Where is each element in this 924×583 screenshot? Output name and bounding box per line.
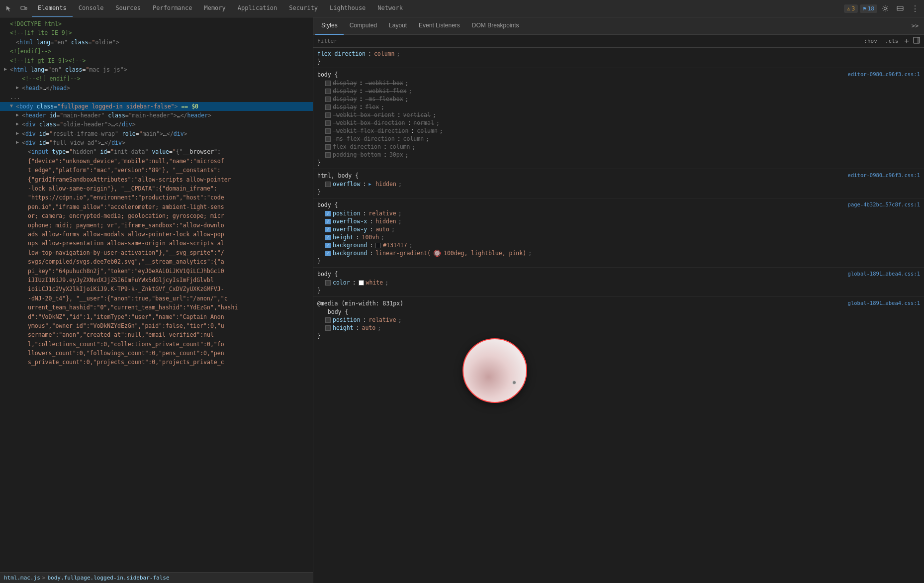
css-prop[interactable]: flex-direction : column ; [313, 50, 924, 58]
device-toggle-btn[interactable] [17, 1, 31, 15]
css-prop[interactable]: flex-direction : column ; [313, 143, 924, 151]
tab-lighthouse[interactable]: Lighthouse [324, 0, 371, 17]
color-swatch[interactable] [359, 280, 364, 286]
css-prop[interactable]: -webkit-flex-direction : column ; [313, 127, 924, 135]
element-line-l35[interactable]: sername":"anon","created_at":null,"email… [0, 330, 313, 339]
element-line-l34[interactable]: ymous","owner_id":"VoDkNZYdEzGn","paid":… [0, 321, 313, 330]
tab-memory[interactable]: Memory [198, 0, 231, 17]
element-line-l23[interactable]: ophone; midi; payment; vr","iframe_sandb… [0, 221, 313, 230]
expand-triangle[interactable] [16, 84, 22, 92]
element-line-l7[interactable]: <!--<![ endif]--> [0, 74, 313, 83]
expand-triangle[interactable] [10, 102, 16, 110]
css-prop[interactable]: display : flex ; [313, 103, 924, 111]
element-line-l21[interactable]: pen.io","iframe_allow":"accelerometer; a… [0, 202, 313, 211]
tab-elements[interactable]: Elements [32, 0, 73, 17]
element-line-l5[interactable]: <!--[if gt IE 9]><!--> [0, 56, 313, 65]
info-badge[interactable]: ⚑ 18 [860, 4, 877, 13]
element-line-l31[interactable]: -dNJ-20_t4"}, "__user":{"anon":true,"bas… [0, 294, 313, 303]
css-prop-checkbox[interactable] [325, 112, 331, 118]
tab-security[interactable]: Security [283, 0, 324, 17]
element-line-l2[interactable]: <!--[if lte IE 9]> [0, 28, 313, 37]
css-prop[interactable]: display : -webkit-flex ; [313, 87, 924, 95]
css-prop[interactable]: -webkit-box-orient : vertical ; [313, 111, 924, 119]
css-prop[interactable]: overflow-y : auto ; [313, 225, 924, 233]
styles-tab-event-listeners[interactable]: Event Listeners [413, 17, 466, 35]
css-prop[interactable]: position : relative ; [313, 209, 924, 217]
css-prop[interactable]: height : 100vh ; [313, 233, 924, 241]
css-prop-checkbox[interactable] [325, 152, 331, 158]
element-line-l33[interactable]: d":"VoDkNZ","id":1,"itemType":"user","na… [0, 312, 313, 321]
element-line-l32[interactable]: urrent_team_hashid":"0","current_team_ha… [0, 303, 313, 312]
color-picker-overlay[interactable] [462, 338, 527, 403]
element-line-l18[interactable]: {"gridIframeSandboxAttributes":"allow-sc… [0, 175, 313, 184]
element-line-l36[interactable]: l,"collections_count":0,"collections_pri… [0, 340, 313, 349]
breadcrumb-html[interactable]: html.mac.js [4, 575, 40, 581]
filter-input[interactable] [317, 38, 858, 44]
hov-filter-btn[interactable]: :hov [862, 37, 879, 45]
cls-filter-btn[interactable]: .cls [883, 37, 901, 45]
element-line-l22[interactable]: or; camera; encrypted-media; geolocation… [0, 211, 313, 220]
styles-more-btn[interactable]: >> [908, 19, 922, 33]
styles-content[interactable]: flex-direction : column ; } body { edito… [313, 48, 924, 583]
css-prop-checkbox[interactable] [325, 280, 331, 286]
css-prop[interactable]: height : auto ; [313, 324, 924, 332]
element-line-l12[interactable]: <div class="oldie-header">…</div> [0, 120, 313, 129]
css-prop-checkbox[interactable] [325, 325, 331, 331]
element-line-l11[interactable]: <header id="main-header" class="main-hea… [0, 111, 313, 120]
css-prop[interactable]: -webkit-box-direction : normal ; [313, 119, 924, 127]
element-line-l8[interactable]: <head>…</head> [0, 84, 313, 93]
cursor-icon-btn[interactable] [2, 1, 16, 15]
css-prop-checkbox[interactable] [325, 89, 331, 94]
elements-content[interactable]: <!DOCTYPE html><!--[if lte IE 9]><html l… [0, 17, 313, 572]
css-prop-checkbox[interactable] [325, 243, 331, 248]
element-line-l10[interactable]: <body class="fullpage logged-in sidebar-… [0, 102, 313, 111]
tab-network[interactable]: Network [371, 0, 409, 17]
css-prop[interactable]: position : relative ; [313, 316, 924, 324]
expand-triangle[interactable] [16, 111, 22, 119]
element-line-l3[interactable]: <html lang="en" class="oldie"> [0, 38, 313, 47]
styles-tab-styles[interactable]: Styles [315, 17, 344, 35]
tab-performance[interactable]: Performance [147, 0, 198, 17]
css-prop-checkbox[interactable] [325, 136, 331, 142]
css-prop-checkbox[interactable] [325, 120, 331, 126]
element-line-l24[interactable]: ads allow-forms allow-modals allow-point… [0, 230, 313, 239]
css-prop[interactable]: overflow-x : hidden ; [313, 217, 924, 225]
element-line-l20[interactable]: "https://cdpn.io","environment":"product… [0, 193, 313, 202]
css-prop-checkbox[interactable] [325, 317, 331, 323]
css-prop-checkbox[interactable] [325, 144, 331, 150]
css-prop-checkbox[interactable] [325, 182, 331, 187]
css-prop[interactable]: color : white ; [313, 279, 924, 287]
element-line-l26[interactable]: low-top-navigation-by-user-activation"},… [0, 248, 313, 257]
element-line-l29[interactable]: iJIUzI1NiJ9.eyJyZXNvdXJjZSI6ImFuYWx5dGlj… [0, 276, 313, 285]
css-prop[interactable]: background : #131417 ; [313, 241, 924, 249]
css-prop[interactable]: -ms-flex-direction : column ; [313, 135, 924, 143]
styles-tab-dom-breakpoints[interactable]: DOM Breakpoints [466, 17, 525, 35]
element-line-l30[interactable]: ioiLCJ1c2VyX2lkIjoiKiJ9.K-TP9-k-_ZnktGVf… [0, 285, 313, 293]
tab-application[interactable]: Application [232, 0, 283, 17]
warning-badge[interactable]: ⚠ 3 [844, 4, 858, 13]
more-btn[interactable]: ⋮ [908, 1, 922, 15]
element-line-l17[interactable]: t edge","platform":"mac","version":"89"}… [0, 166, 313, 175]
expand-arrow[interactable]: ▶ [369, 182, 373, 187]
gradient-circle-icon[interactable] [434, 250, 441, 257]
css-prop-checkbox[interactable] [325, 81, 331, 86]
element-line-l16[interactable]: {"device":"unknown_device","mobile":null… [0, 157, 313, 166]
expand-triangle[interactable] [4, 65, 10, 73]
breadcrumb-body[interactable]: body.fullpage.logged-in.sidebar-false [47, 575, 169, 581]
element-line-l15[interactable]: <input type="hidden" id="init-data" valu… [0, 147, 313, 156]
tab-sources[interactable]: Sources [109, 0, 147, 17]
tab-console[interactable]: Console [73, 0, 110, 17]
css-prop-checkbox[interactable] [325, 227, 331, 232]
element-line-l1[interactable]: <!DOCTYPE html> [0, 19, 313, 28]
css-prop[interactable]: background : linear-gradient( 100deg, li… [313, 249, 924, 257]
css-prop-checkbox[interactable] [325, 104, 331, 110]
element-line-l27[interactable]: svgs/compiled/svgs.dee7eb02.svg","__stre… [0, 257, 313, 266]
element-line-l28[interactable]: pi_key":"64puhuch8n2j","token":"eyJ0eXAi… [0, 267, 313, 276]
element-line-l13[interactable]: <div id="result-iframe-wrap" role="main"… [0, 129, 313, 138]
css-prop-checkbox[interactable] [325, 235, 331, 240]
element-line-l19[interactable]: -lock allow-same-origin"}, "__CPDATA":{"… [0, 184, 313, 193]
expand-triangle[interactable] [16, 120, 22, 128]
expand-triangle[interactable] [16, 138, 22, 146]
element-line-l14[interactable]: <div id="full-view-ad">…</div> [0, 138, 313, 147]
element-line-l25[interactable]: ups allow-presentation allow-same-origin… [0, 239, 313, 248]
